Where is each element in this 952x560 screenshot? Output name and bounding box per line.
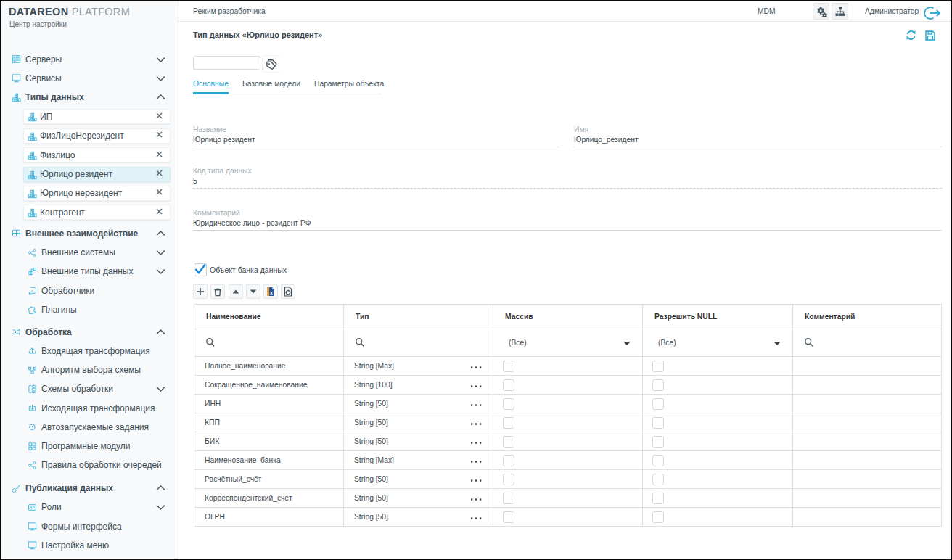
svg-text:x: x [270, 290, 273, 295]
